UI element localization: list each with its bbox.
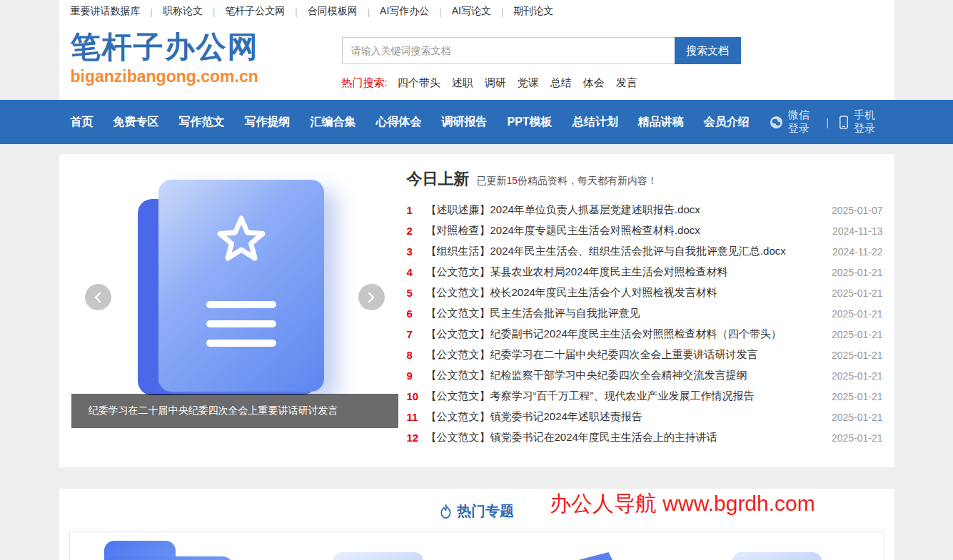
nav-item-premium-speeches[interactable]: 精品讲稿 bbox=[638, 115, 684, 130]
nav-item-writing-samples[interactable]: 写作范文 bbox=[179, 115, 225, 130]
item-title[interactable]: 【公文范文】镇党委书记2024年述职述责报告 bbox=[426, 410, 642, 424]
carousel-caption[interactable]: 纪委学习在二十届中央纪委四次全会上重要讲话研讨发言 bbox=[71, 394, 398, 428]
list-item[interactable]: 6【公文范文】民主生活会批评与自我批评意见2025-01-21 bbox=[407, 303, 883, 324]
topbar-separator: | bbox=[151, 6, 153, 17]
list-item[interactable]: 5【公文范文】校长2024年度民主生活会个人对照检视发言材料2025-01-21 bbox=[407, 282, 883, 303]
carousel: 纪委学习在二十届中央纪委四次全会上重要讲话研讨发言 bbox=[71, 166, 398, 448]
list-item[interactable]: 3【组织生活】2024年民主生活会、组织生活会批评与自我批评意见汇总.docx2… bbox=[407, 241, 883, 262]
login-area: 微信登录 | 手机登录 bbox=[770, 108, 883, 136]
nav-item-outlines[interactable]: 写作提纲 bbox=[245, 115, 291, 130]
item-title[interactable]: 【公文范文】民主生活会批评与自我批评意见 bbox=[426, 307, 640, 320]
topbar-link-title-thesis[interactable]: 职称论文 bbox=[163, 5, 203, 18]
list-item[interactable]: 1【述职述廉】2024年单位负责人抓基层党建述职报告.docx2025-01-0… bbox=[407, 200, 883, 220]
item-date: 2025-01-21 bbox=[832, 287, 883, 299]
hot-keyword[interactable]: 四个带头 bbox=[398, 76, 440, 90]
item-title[interactable]: 【公文范文】校长2024年度民主生活会个人对照检视发言材料 bbox=[426, 286, 717, 300]
top-section: 重要讲话数据库 | 职称论文 | 笔杆子公文网 | 合同模板网 | AI写作办公… bbox=[59, 0, 894, 100]
wechat-login-button[interactable]: 微信登录 bbox=[770, 108, 816, 136]
hot-keyword[interactable]: 总结 bbox=[550, 76, 572, 90]
topic-folder-icon[interactable] bbox=[732, 552, 829, 560]
list-item[interactable]: 8【公文范文】纪委学习在二十届中央纪委四次全会上重要讲话研讨发言2025-01-… bbox=[407, 345, 883, 365]
item-title[interactable]: 【公文范文】纪委学习在二十届中央纪委四次全会上重要讲话研讨发言 bbox=[426, 348, 758, 362]
topbar-link-journal[interactable]: 期刊论文 bbox=[513, 5, 553, 18]
main-nav: 首页 免费专区 写作范文 写作提纲 汇编合集 心得体会 调研报告 PPT模板 总… bbox=[0, 100, 953, 144]
list-item[interactable]: 10【公文范文】考察学习“百千万工程”、现代农业产业发展工作情况报告2025-0… bbox=[407, 386, 883, 407]
item-date: 2024-11-13 bbox=[832, 225, 883, 237]
topbar-link-ai-thesis[interactable]: AI写论文 bbox=[452, 5, 491, 18]
hot-keyword[interactable]: 体会 bbox=[583, 76, 605, 90]
topbar-separator: | bbox=[295, 6, 297, 17]
item-rank: 5 bbox=[407, 287, 426, 299]
item-title[interactable]: 【公文范文】某县农业农村局2024年度民主生活会对照检查材料 bbox=[426, 265, 728, 279]
nav-item-free-zone[interactable]: 免费专区 bbox=[114, 115, 159, 130]
item-date: 2025-01-21 bbox=[832, 350, 883, 361]
list-item[interactable]: 9【公文范文】纪检监察干部学习中央纪委四次全会精神交流发言提纲2025-01-2… bbox=[407, 365, 883, 386]
topbar-link-gongwen[interactable]: 笔杆子公文网 bbox=[225, 5, 285, 18]
nav-item-home[interactable]: 首页 bbox=[71, 115, 94, 130]
hot-topics-title: 热门专题 bbox=[457, 502, 514, 521]
carousel-next-button[interactable] bbox=[358, 284, 385, 310]
hot-keyword[interactable]: 党课 bbox=[518, 76, 539, 90]
logo-title: 笔杆子办公网 bbox=[71, 29, 285, 66]
item-rank: 12 bbox=[407, 432, 426, 444]
item-rank: 2 bbox=[407, 225, 426, 237]
carousel-slide[interactable] bbox=[71, 166, 398, 395]
hot-keyword[interactable]: 述职 bbox=[452, 76, 473, 90]
item-rank: 9 bbox=[407, 370, 426, 382]
today-new-section: 今日上新 已更新15份精品资料，每天都有新内容！ 1【述职述廉】2024年单位负… bbox=[407, 166, 883, 448]
today-new-title: 今日上新 bbox=[407, 168, 470, 190]
nav-item-membership[interactable]: 会员介绍 bbox=[704, 115, 750, 130]
flame-icon bbox=[439, 504, 453, 519]
mobile-phone-icon bbox=[839, 116, 849, 129]
item-rank: 1 bbox=[407, 204, 426, 216]
topic-folder-icon[interactable] bbox=[323, 552, 423, 560]
hot-keyword[interactable]: 调研 bbox=[485, 76, 506, 90]
document-illustration bbox=[158, 180, 324, 392]
item-title[interactable]: 【对照检查】2024年度专题民主生活会对照检查材料.docx bbox=[426, 224, 700, 238]
hot-topics-grid bbox=[69, 531, 884, 560]
list-item[interactable]: 12【公文范文】镇党委书记在2024年度民主生活会上的主持讲话2025-01-2… bbox=[407, 427, 883, 448]
phone-login-button[interactable]: 手机登录 bbox=[839, 108, 883, 136]
phone-login-label: 手机登录 bbox=[854, 108, 883, 136]
item-title[interactable]: 【述职述廉】2024年单位负责人抓基层党建述职报告.docx bbox=[426, 203, 700, 217]
list-item[interactable]: 2【对照检查】2024年度专题民主生活会对照检查材料.docx2024-11-1… bbox=[407, 220, 883, 241]
item-title[interactable]: 【公文范文】纪委副书记2024年度民主生活会对照照检查材料（四个带头） bbox=[426, 327, 782, 341]
search-input[interactable] bbox=[342, 37, 675, 64]
topbar-link-contract[interactable]: 合同模板网 bbox=[308, 5, 358, 18]
nav-item-ppt-templates[interactable]: PPT模板 bbox=[508, 115, 553, 130]
item-rank: 6 bbox=[407, 307, 426, 320]
topbar-link-ai-office[interactable]: AI写作办公 bbox=[380, 5, 429, 18]
topic-folder-icon[interactable] bbox=[518, 552, 643, 560]
item-date: 2025-01-21 bbox=[832, 329, 883, 340]
nav-item-compilations[interactable]: 汇编合集 bbox=[311, 115, 356, 130]
item-title[interactable]: 【公文范文】纪检监察干部学习中央纪委四次全会精神交流发言提纲 bbox=[426, 369, 747, 382]
item-date: 2025-01-21 bbox=[832, 432, 883, 444]
topbar-link-speech-db[interactable]: 重要讲话数据库 bbox=[71, 5, 141, 18]
item-date: 2024-11-22 bbox=[832, 246, 883, 258]
item-title[interactable]: 【组织生活】2024年民主生活会、组织生活会批评与自我批评意见汇总.docx bbox=[426, 245, 786, 258]
topbar-separator: | bbox=[439, 6, 441, 17]
topic-folder-icon[interactable] bbox=[104, 552, 233, 560]
search-button[interactable]: 搜索文档 bbox=[675, 37, 741, 64]
wechat-icon bbox=[770, 116, 783, 129]
nav-item-research-reports[interactable]: 调研报告 bbox=[442, 115, 488, 130]
main-content-card: 纪委学习在二十届中央纪委四次全会上重要讲话研讨发言 今日上新 已更新15份精品资… bbox=[59, 154, 894, 467]
star-icon bbox=[215, 214, 268, 268]
hot-keyword[interactable]: 发言 bbox=[616, 76, 637, 90]
hot-search-row: 热门搜索: 四个带头 述职 调研 党课 总结 体会 发言 bbox=[342, 76, 741, 90]
site-logo[interactable]: 笔杆子办公网 biganzibangong.com.cn bbox=[71, 29, 285, 90]
item-date: 2025-01-21 bbox=[832, 391, 883, 402]
item-title[interactable]: 【公文范文】镇党委书记在2024年度民主生活会上的主持讲话 bbox=[426, 431, 717, 444]
list-item[interactable]: 4【公文范文】某县农业农村局2024年度民主生活会对照检查材料2025-01-2… bbox=[407, 262, 883, 282]
nav-item-reflections[interactable]: 心得体会 bbox=[376, 115, 422, 130]
search-area: 搜索文档 热门搜索: 四个带头 述职 调研 党课 总结 体会 发言 bbox=[342, 29, 741, 90]
list-item[interactable]: 11【公文范文】镇党委书记2024年述职述责报告2025-01-21 bbox=[407, 407, 883, 427]
site-header: 笔杆子办公网 biganzibangong.com.cn 搜索文档 热门搜索: … bbox=[59, 21, 894, 100]
item-rank: 7 bbox=[407, 328, 426, 340]
login-separator: | bbox=[826, 116, 829, 128]
item-title[interactable]: 【公文范文】考察学习“百千万工程”、现代农业产业发展工作情况报告 bbox=[426, 390, 755, 403]
carousel-prev-button[interactable] bbox=[85, 284, 111, 310]
nav-item-summaries[interactable]: 总结计划 bbox=[573, 115, 618, 130]
item-rank: 10 bbox=[407, 390, 426, 402]
list-item[interactable]: 7【公文范文】纪委副书记2024年度民主生活会对照照检查材料（四个带头）2025… bbox=[407, 324, 883, 345]
